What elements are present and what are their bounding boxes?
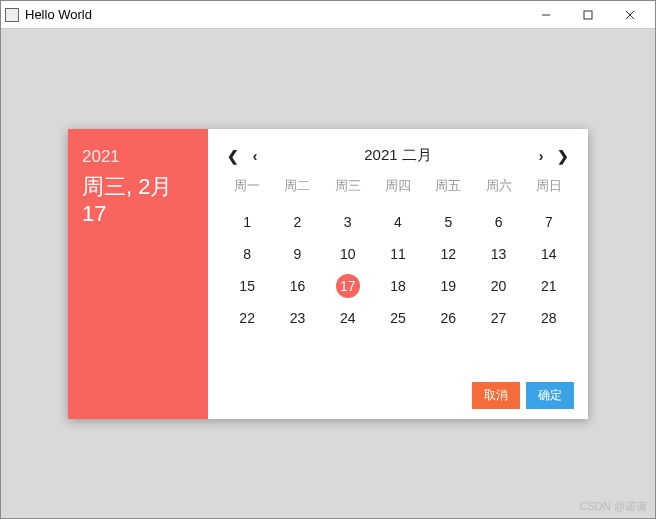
calendar-day[interactable]: 22 <box>222 305 272 331</box>
calendar-day[interactable]: 19 <box>423 273 473 299</box>
calendar-day[interactable]: 18 <box>373 273 423 299</box>
calendar-day[interactable]: 4 <box>373 209 423 235</box>
calendar-day[interactable]: 28 <box>524 305 574 331</box>
next-year-button[interactable]: ❯ <box>552 148 574 164</box>
svg-rect-1 <box>584 11 592 19</box>
day-of-week-header: 周一 <box>222 173 272 203</box>
day-of-week-header: 周三 <box>323 173 373 203</box>
calendar-day[interactable]: 16 <box>272 273 322 299</box>
calendar-day[interactable]: 12 <box>423 241 473 267</box>
calendar-day[interactable]: 23 <box>272 305 322 331</box>
selected-date[interactable]: 周三, 2月 17 <box>82 173 194 228</box>
calendar-day[interactable]: 15 <box>222 273 272 299</box>
calendar-day[interactable]: 24 <box>323 305 373 331</box>
prev-year-button[interactable]: ❮ <box>222 148 244 164</box>
watermark: CSDN @诺谦 <box>580 499 647 514</box>
ok-button[interactable]: 确定 <box>526 382 574 409</box>
app-icon <box>5 8 19 22</box>
calendar-header: ❮ ‹ 2021 二月 › ❯ <box>222 139 574 173</box>
close-button[interactable] <box>609 2 651 28</box>
window-title: Hello World <box>25 7 525 22</box>
datepicker-sidebar: 2021 周三, 2月 17 <box>68 129 208 419</box>
titlebar: Hello World <box>1 1 655 29</box>
calendar-day[interactable]: 2 <box>272 209 322 235</box>
day-of-week-header: 周四 <box>373 173 423 203</box>
calendar-day[interactable]: 3 <box>323 209 373 235</box>
day-of-week-header: 周二 <box>272 173 322 203</box>
datepicker-main: ❮ ‹ 2021 二月 › ❯ 周一周二周三周四周五周六周日1234567891… <box>208 129 588 419</box>
cancel-button[interactable]: 取消 <box>472 382 520 409</box>
day-of-week-header: 周六 <box>473 173 523 203</box>
selected-year[interactable]: 2021 <box>82 147 194 167</box>
calendar-day[interactable]: 25 <box>373 305 423 331</box>
maximize-icon <box>583 10 593 20</box>
calendar-day[interactable]: 27 <box>473 305 523 331</box>
calendar-day[interactable]: 11 <box>373 241 423 267</box>
calendar-day[interactable]: 8 <box>222 241 272 267</box>
calendar-day[interactable]: 14 <box>524 241 574 267</box>
calendar-title: 2021 二月 <box>266 146 530 165</box>
calendar-day[interactable]: 9 <box>272 241 322 267</box>
next-month-button[interactable]: › <box>530 148 552 164</box>
selected-date-line2: 17 <box>82 201 106 226</box>
calendar-day[interactable]: 6 <box>473 209 523 235</box>
calendar-day[interactable]: 21 <box>524 273 574 299</box>
window-frame: Hello World 2021 周三, 2月 17 <box>0 0 656 519</box>
calendar-day[interactable]: 1 <box>222 209 272 235</box>
minimize-button[interactable] <box>525 2 567 28</box>
calendar-day[interactable]: 20 <box>473 273 523 299</box>
calendar-day[interactable]: 7 <box>524 209 574 235</box>
dialog-actions: 取消 确定 <box>222 374 574 409</box>
window-controls <box>525 2 651 28</box>
calendar-day[interactable]: 26 <box>423 305 473 331</box>
maximize-button[interactable] <box>567 2 609 28</box>
calendar-day[interactable]: 13 <box>473 241 523 267</box>
calendar-day[interactable]: 5 <box>423 209 473 235</box>
close-icon <box>625 10 635 20</box>
selected-date-line1: 周三, 2月 <box>82 174 172 199</box>
calendar-day[interactable]: 10 <box>323 241 373 267</box>
day-of-week-header: 周五 <box>423 173 473 203</box>
window-body: 2021 周三, 2月 17 ❮ ‹ 2021 二月 › ❯ 周一周二周三周四周… <box>1 29 655 518</box>
calendar-grid: 周一周二周三周四周五周六周日12345678910111213141516171… <box>222 173 574 331</box>
datepicker-dialog: 2021 周三, 2月 17 ❮ ‹ 2021 二月 › ❯ 周一周二周三周四周… <box>68 129 588 419</box>
prev-month-button[interactable]: ‹ <box>244 148 266 164</box>
day-of-week-header: 周日 <box>524 173 574 203</box>
calendar-day[interactable]: 17 <box>323 273 373 299</box>
minimize-icon <box>541 10 551 20</box>
